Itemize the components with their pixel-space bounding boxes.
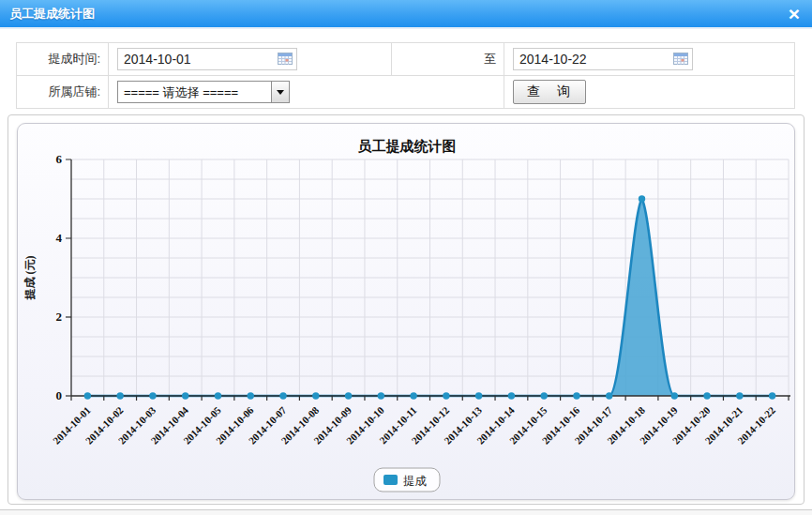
legend-label: 提成	[403, 475, 428, 488]
calendar-icon[interactable]	[673, 53, 688, 65]
legend-swatch	[383, 475, 398, 485]
date-range-row: 提成时间: 至	[17, 43, 795, 76]
x-axis-labels: 2014-10-012014-10-022014-10-032014-10-04…	[51, 404, 777, 447]
svg-text:4: 4	[56, 231, 63, 245]
to-date-cell	[504, 43, 795, 76]
store-row: 所属店铺: ===== 请选择 ===== 查 询	[17, 76, 795, 109]
close-icon[interactable]: ×	[786, 5, 803, 23]
dialog-titlebar: 员工提成统计图 ×	[0, 0, 812, 29]
dropdown-arrow-icon[interactable]	[271, 82, 289, 102]
chart-card: 02462014-10-012014-10-022014-10-032014-1…	[8, 114, 804, 505]
store-select-cell: ===== 请选择 =====	[109, 76, 504, 109]
store-select[interactable]: ===== 请选择 =====	[117, 81, 290, 103]
to-label: 至	[392, 43, 504, 76]
y-axis-labels: 0246	[56, 152, 63, 402]
to-date-input[interactable]	[513, 48, 693, 70]
chart-panel: 02462014-10-012014-10-022014-10-032014-1…	[17, 123, 795, 500]
from-date-input[interactable]	[117, 48, 297, 70]
store-select-value: ===== 请选择 =====	[118, 82, 271, 102]
query-button[interactable]: 查 询	[513, 80, 586, 104]
chart-title: 员工提成统计图	[358, 139, 457, 154]
y-axis-title: 提成 (元)	[23, 256, 37, 301]
axes	[66, 159, 790, 401]
from-date-cell	[109, 43, 392, 76]
time-label: 提成时间:	[17, 43, 109, 76]
filter-form: 提成时间: 至	[16, 42, 795, 109]
legend[interactable]: 提成	[374, 468, 440, 492]
gridlines	[71, 159, 789, 396]
svg-text:2: 2	[56, 310, 63, 324]
dialog-title: 员工提成统计图	[9, 6, 95, 23]
svg-text:0: 0	[56, 388, 63, 402]
calendar-icon[interactable]	[278, 53, 293, 65]
commission-stats-dialog: 员工提成统计图 × 提成时间: 至	[0, 0, 812, 515]
page-footer-strip	[0, 509, 812, 515]
svg-text:6: 6	[56, 152, 63, 166]
commission-chart: 02462014-10-012014-10-022014-10-032014-1…	[18, 124, 795, 500]
store-label: 所属店铺:	[17, 76, 109, 109]
query-cell: 查 询	[504, 76, 795, 109]
